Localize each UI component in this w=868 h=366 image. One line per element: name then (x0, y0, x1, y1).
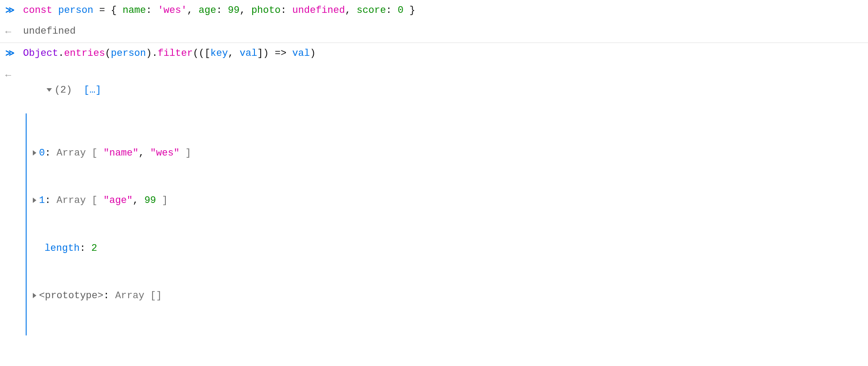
console-input-row-1[interactable]: ≫ const person = { name: 'wes', age: 99,… (0, 0, 868, 21)
array-tree: 0: Array [ "name", "wes" ] 1: Array [ "a… (26, 113, 863, 335)
output-undefined: undefined (23, 23, 863, 39)
twisty-right-icon[interactable] (33, 293, 36, 298)
code-line-1: const person = { name: 'wes', age: 99, p… (23, 3, 863, 18)
output-icon: ← (5, 23, 23, 40)
tree-item-1[interactable]: 1: Array [ "age", 99 ] (33, 192, 863, 209)
code-line-2: Object.entries(person).filter(([key, val… (23, 46, 863, 61)
tree-length: length: 2 (33, 240, 863, 257)
twisty-down-icon[interactable] (47, 88, 52, 92)
tree-prototype[interactable]: <prototype>: Array [] (33, 288, 863, 304)
twisty-right-icon[interactable] (33, 198, 36, 203)
console-output-row-2: ← (2) […] 0: Array [ "name", "wes" ] 1: … (0, 64, 868, 366)
output-array-expanded[interactable]: (2) […] 0: Array [ "name", "wes" ] 1: Ar… (23, 67, 863, 366)
output-icon: ← (5, 67, 23, 83)
console-input-row-2[interactable]: ≫ Object.entries(person).filter(([key, v… (0, 43, 868, 64)
console-output-row-1: ← undefined (0, 21, 868, 43)
twisty-right-icon[interactable] (33, 150, 36, 156)
input-prompt-icon: ≫ (5, 46, 23, 61)
input-prompt-icon: ≫ (5, 3, 23, 18)
tree-item-0[interactable]: 0: Array [ "name", "wes" ] (33, 145, 863, 161)
